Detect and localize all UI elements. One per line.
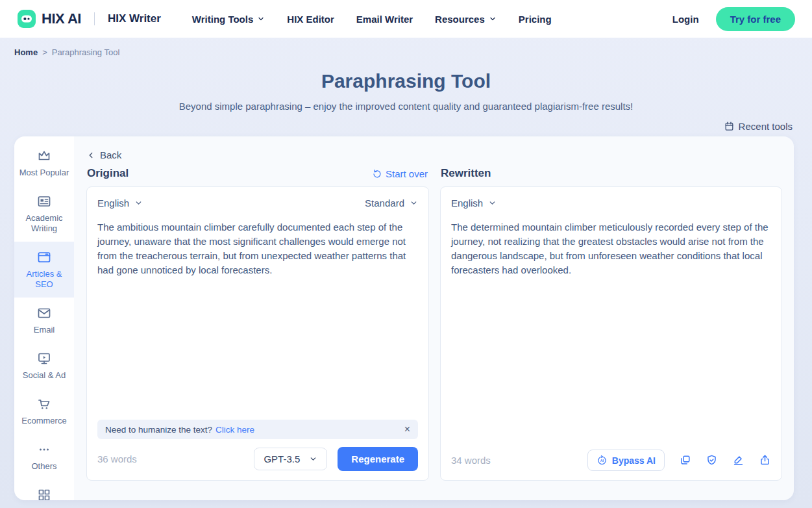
brand-logo[interactable]: HIX AI HIX Writer <box>17 9 161 29</box>
hero: Paraphrasing Tool Beyond simple paraphra… <box>0 70 812 112</box>
nav-item-hix-editor[interactable]: HIX Editor <box>287 14 334 25</box>
sidebar-item-label: Academic Writing <box>17 213 71 234</box>
nav-item-pricing[interactable]: Pricing <box>519 14 552 25</box>
chevron-left-icon <box>86 151 95 160</box>
back-button[interactable]: Back <box>86 147 782 167</box>
rewritten-panel-toolbar: English <box>451 196 771 211</box>
original-header: Original Start over <box>86 167 429 186</box>
breadcrumb-current: Paraphrasing Tool <box>52 47 120 57</box>
chevron-down-icon <box>134 199 143 207</box>
bypass-ai-icon: AI <box>597 455 608 466</box>
sidebar-item-label: Most Popular <box>19 168 69 178</box>
humanize-banner: Need to humanize the text? Click here × <box>97 420 418 439</box>
recent-tools-label: Recent tools <box>739 121 793 132</box>
original-panel-spacer <box>97 277 418 420</box>
recent-tools-button[interactable]: Recent tools <box>724 121 793 132</box>
login-link[interactable]: Login <box>672 14 699 25</box>
try-for-free-button[interactable]: Try for free <box>716 7 795 31</box>
sidebar-item-articles-seo[interactable]: Articles & SEO <box>14 242 74 298</box>
original-text-area[interactable]: The ambitious mountain climber carefully… <box>97 220 418 277</box>
model-select[interactable]: GPT-3.5 <box>254 448 327 470</box>
tool-container: Most Popular Academic Writing Articles &… <box>14 136 794 500</box>
top-navbar: HIX AI HIX Writer Writing Tools HIX Edit… <box>0 0 812 38</box>
rewritten-text-area: The determined mountain climber meticulo… <box>451 220 771 277</box>
close-icon[interactable]: × <box>404 424 410 435</box>
humanize-banner-text: Need to humanize the text? <box>105 425 212 435</box>
paraphrase-mode-value: Standard <box>365 197 404 209</box>
editor-columns: Original Start over English <box>86 167 782 481</box>
sidebar-item-label: Articles & SEO <box>17 269 71 290</box>
rewritten-heading: Rewritten <box>441 167 491 180</box>
page-subtitle: Beyond simple paraphrasing – enjoy the i… <box>0 101 812 112</box>
rewritten-word-count: 34 words <box>451 455 491 466</box>
start-over-button[interactable]: Start over <box>372 168 428 179</box>
svg-text:AI: AI <box>600 459 604 463</box>
sidebar-item-social-ad[interactable]: Social & Ad <box>14 343 74 388</box>
nav-item-label: HIX Editor <box>287 14 334 25</box>
edit-icon[interactable] <box>732 454 744 466</box>
sidebar-item-email[interactable]: Email <box>14 298 74 343</box>
rewritten-column: Rewritten English The determined mountai… <box>440 167 782 481</box>
regenerate-button[interactable]: Regenerate <box>338 447 418 471</box>
crown-icon <box>36 148 52 164</box>
chevron-down-icon <box>488 199 497 207</box>
back-label: Back <box>100 149 121 160</box>
rewritten-language-select[interactable]: English <box>451 197 497 209</box>
model-select-value: GPT-3.5 <box>264 453 300 464</box>
rewritten-panel: English The determined mountain climber … <box>440 186 782 481</box>
sidebar-item-label: Ecommerce <box>21 416 66 426</box>
browser-icon <box>36 249 52 265</box>
original-panel-toolbar: English Standard <box>97 196 418 211</box>
original-language-select[interactable]: English <box>97 197 143 209</box>
newspaper-icon <box>36 194 52 209</box>
sidebar-item-all[interactable]: All <box>14 479 74 500</box>
rewritten-language-value: English <box>451 197 483 209</box>
nav-item-label: Resources <box>435 14 485 25</box>
original-panel: English Standard The ambitious mountain … <box>86 186 429 481</box>
paraphrase-mode-select[interactable]: Standard <box>365 197 418 209</box>
breadcrumb: Home > Paraphrasing Tool <box>0 38 812 57</box>
nav-item-label: Writing Tools <box>192 14 253 25</box>
nav-item-email-writer[interactable]: Email Writer <box>356 14 413 25</box>
humanize-click-here-link[interactable]: Click here <box>215 425 254 435</box>
brand-name: HIX AI <box>42 10 81 27</box>
nav-links: Writing Tools HIX Editor Email Writer Re… <box>192 14 552 25</box>
category-sidebar: Most Popular Academic Writing Articles &… <box>14 136 74 500</box>
cart-icon <box>36 396 52 412</box>
recent-tools-row: Recent tools <box>0 112 812 132</box>
shield-check-icon[interactable] <box>706 454 718 466</box>
copy-icon[interactable] <box>679 454 691 466</box>
sidebar-item-label: Social & Ad <box>23 370 66 381</box>
breadcrumb-separator: > <box>42 47 47 57</box>
brand-divider <box>94 12 95 25</box>
sidebar-item-academic-writing[interactable]: Academic Writing <box>14 186 74 242</box>
nav-item-label: Pricing <box>519 14 552 25</box>
breadcrumb-home-link[interactable]: Home <box>14 47 38 57</box>
rewritten-header: Rewritten <box>440 167 782 186</box>
product-name[interactable]: HIX Writer <box>108 12 161 25</box>
chevron-down-icon <box>410 199 418 207</box>
sidebar-item-label: Email <box>34 325 55 335</box>
start-over-label: Start over <box>386 168 428 179</box>
nav-item-label: Email Writer <box>356 14 413 25</box>
rewritten-panel-spacer <box>451 277 771 450</box>
nav-item-resources[interactable]: Resources <box>435 14 497 25</box>
bypass-ai-label: Bypass AI <box>612 455 656 466</box>
sidebar-item-most-popular[interactable]: Most Popular <box>14 140 74 186</box>
export-icon[interactable] <box>759 454 771 466</box>
monitor-play-icon <box>36 351 52 366</box>
original-heading: Original <box>87 167 129 180</box>
refresh-icon <box>372 169 382 179</box>
nav-item-writing-tools[interactable]: Writing Tools <box>192 14 265 25</box>
tool-content: Back Original Start over <box>74 136 794 500</box>
chevron-down-icon <box>257 15 265 23</box>
original-bottom-bar: 36 words GPT-3.5 Regenerate <box>97 447 418 471</box>
chevron-down-icon <box>309 455 317 463</box>
original-language-value: English <box>97 197 129 209</box>
sidebar-item-others[interactable]: Others <box>14 434 74 479</box>
rewritten-actions: AI Bypass AI <box>587 450 771 471</box>
clipboard-icon <box>724 121 735 132</box>
bypass-ai-button[interactable]: AI Bypass AI <box>587 450 665 471</box>
sidebar-item-ecommerce[interactable]: Ecommerce <box>14 388 74 434</box>
hix-ai-logo-icon <box>17 9 36 29</box>
